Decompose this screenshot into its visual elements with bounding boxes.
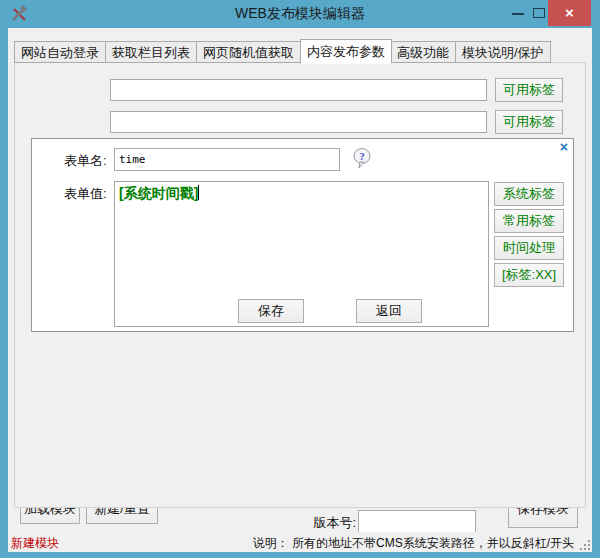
help-balloon-icon[interactable]: ? — [352, 147, 372, 171]
save-button[interactable]: 保存 — [238, 299, 304, 323]
version-input[interactable] — [358, 510, 476, 533]
time-processing-button[interactable]: 时间处理 — [494, 236, 564, 260]
status-hint: 说明： 所有的地址不带CMS系统安装路径，并以反斜杠/开头 — [253, 535, 574, 552]
source-page-suffix-input[interactable] — [110, 111, 487, 133]
back-button[interactable]: 返回 — [356, 299, 422, 323]
window-content: 网站自动登录获取栏目列表网页随机值获取内容发布参数高级功能模块说明/保护 发表地… — [8, 28, 592, 552]
minimize-icon — [512, 13, 524, 15]
tab-advanced-features[interactable]: 高级功能 — [391, 41, 456, 63]
text-caret — [198, 185, 199, 200]
panel-close-icon[interactable]: × — [560, 140, 568, 154]
tag-xx-button[interactable]: [标签:XX] — [494, 263, 564, 287]
close-button[interactable]: × — [548, 0, 591, 26]
source-page-available-tags-button[interactable]: 可用标签 — [495, 110, 563, 134]
maximize-icon — [533, 8, 545, 18]
version-label: 版本号: — [258, 514, 356, 532]
status-bar: 新建模块 说明： 所有的地址不带CMS系统安装路径，并以反斜杠/开头 — [8, 532, 592, 552]
form-value-text: [系统时间戳] — [119, 185, 198, 201]
minimize-button[interactable] — [506, 0, 530, 26]
resize-grip-icon[interactable] — [580, 540, 590, 550]
status-new-module: 新建模块 — [11, 535, 59, 552]
maximize-button[interactable] — [530, 0, 548, 26]
form-name-input[interactable] — [114, 148, 340, 171]
tab-strip: 网站自动登录获取栏目列表网页随机值获取内容发布参数高级功能模块说明/保护 — [14, 39, 551, 63]
tab-site-auto-login[interactable]: 网站自动登录 — [14, 41, 106, 63]
tab-get-column-list[interactable]: 获取栏目列表 — [106, 41, 197, 63]
form-name-label: 表单名: — [64, 152, 107, 170]
publish-url-suffix-input[interactable] — [110, 79, 487, 101]
tab-module-info-protection[interactable]: 模块说明/保护 — [456, 41, 551, 63]
common-tags-button[interactable]: 常用标签 — [494, 209, 564, 233]
form-field-editor-panel: × 表单名: ? 表单值: [系统时间戳] 系统标签常用标签时间处理[标签:XX… — [31, 138, 574, 332]
close-icon: × — [565, 4, 574, 21]
publish-url-available-tags-button[interactable]: 可用标签 — [495, 78, 563, 102]
title-bar: WEB发布模块编辑器 × — [0, 0, 600, 28]
app-window: WEB发布模块编辑器 × 网站自动登录获取栏目列表网页随机值获取内容发布参数高级… — [0, 0, 600, 558]
form-value-label: 表单值: — [64, 185, 107, 203]
svg-text:?: ? — [359, 150, 365, 162]
tab-content-publish-params[interactable]: 内容发布参数 — [300, 39, 392, 64]
system-tags-button[interactable]: 系统标签 — [494, 182, 564, 206]
tab-page-random-value[interactable]: 网页随机值获取 — [197, 41, 301, 63]
